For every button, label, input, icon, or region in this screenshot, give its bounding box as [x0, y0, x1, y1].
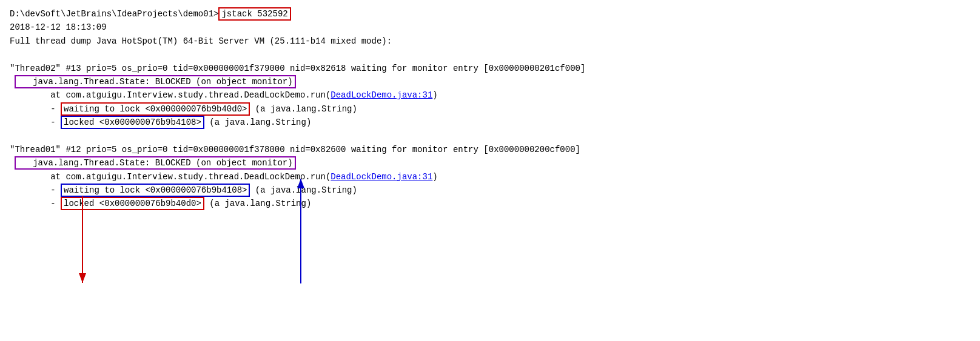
- thread02-state-highlight: java.lang.Thread.State: BLOCKED (on obje…: [15, 75, 296, 88]
- thread01-locked: - locked <0x000000076b9b40d0> (a java.la…: [10, 197, 970, 210]
- vm-info-line: Full thread dump Java HotSpot(TM) 64-Bit…: [10, 35, 970, 48]
- thread01-state-highlight: java.lang.Thread.State: BLOCKED (on obje…: [15, 156, 296, 170]
- timestamp-line: 2018-12-12 18:13:09: [10, 21, 970, 34]
- command-highlight: jstack 532592: [218, 7, 290, 21]
- thread02-locked-highlight: locked <0x000000076b9b4108>: [61, 116, 204, 129]
- thread02-link[interactable]: DeadLockDemo.java:31: [331, 90, 432, 100]
- thread01-waiting-highlight: waiting to lock <0x000000076b9b4108>: [61, 184, 250, 197]
- terminal-content: D:\devSoft\JetBrains\IdeaProjects\demo01…: [10, 7, 970, 211]
- thread02-at: at com.atguigu.Interview.study.thread.De…: [10, 88, 970, 102]
- thread01-waiting: - waiting to lock <0x000000076b9b4108> (…: [10, 184, 970, 197]
- thread01-locked-highlight: locked <0x000000076b9b40d0>: [61, 197, 204, 210]
- thread01-at: at com.atguigu.Interview.study.thread.De…: [10, 170, 970, 184]
- thread02-state: java.lang.Thread.State: BLOCKED (on obje…: [10, 75, 970, 88]
- thread02-waiting-highlight: waiting to lock <0x000000076b9b40d0>: [61, 102, 250, 116]
- thread01-header: "Thread01" #12 prio=5 os_prio=0 tid=0x00…: [10, 143, 970, 156]
- thread02-header: "Thread02" #13 prio=5 os_prio=0 tid=0x00…: [10, 62, 970, 75]
- thread01-link[interactable]: DeadLockDemo.java:31: [331, 172, 432, 182]
- thread02-locked: - locked <0x000000076b9b4108> (a java.la…: [10, 116, 970, 129]
- thread02-waiting: - waiting to lock <0x000000076b9b40d0> (…: [10, 102, 970, 116]
- thread01-state: java.lang.Thread.State: BLOCKED (on obje…: [10, 156, 970, 170]
- path-prefix: D:\devSoft\JetBrains\IdeaProjects\demo01…: [10, 9, 218, 19]
- path-command-line: D:\devSoft\JetBrains\IdeaProjects\demo01…: [10, 7, 970, 21]
